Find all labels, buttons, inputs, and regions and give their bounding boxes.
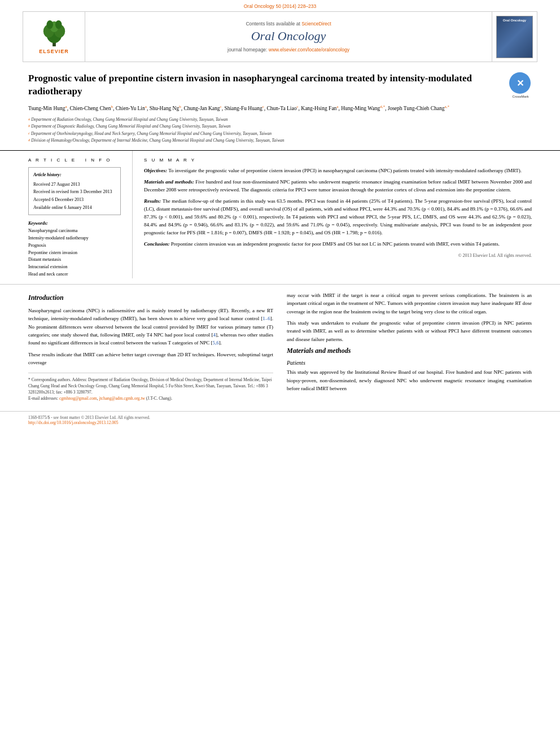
- svg-point-6: [55, 20, 62, 29]
- body-two-col: Introduction Nasopharyngeal carcinoma (N…: [28, 291, 532, 402]
- bottom-bar: 1368-8375/$ - see front matter © 2013 El…: [0, 411, 560, 429]
- sciencedirect-link[interactable]: ScienceDirect: [301, 21, 331, 27]
- affil-a: Department of Radiation Oncology, Chang …: [31, 116, 228, 123]
- email-2[interactable]: jtchang@adm.cgmh.org.tw: [99, 396, 145, 401]
- conclusion-label: Conclusion:: [144, 241, 171, 247]
- methods-label: Materials and methods:: [144, 179, 195, 185]
- ref-4[interactable]: 4: [213, 332, 216, 338]
- results-text: The median follow-up of the patients in …: [144, 198, 532, 235]
- crossmark-circle: ✕: [509, 72, 531, 94]
- summary-label: S U M M A R Y: [144, 158, 532, 163]
- ref-5-6[interactable]: 5,6: [212, 340, 218, 346]
- accepted-date: Accepted 6 December 2013: [33, 196, 116, 204]
- keyword-4: Prepontine cistern invasion: [28, 250, 121, 257]
- copyright-line: © 2013 Elsevier Ltd. All rights reserved…: [144, 253, 532, 258]
- results-label: Results:: [144, 198, 163, 204]
- objectives-text: To investigate the prognostic value of p…: [168, 168, 522, 173]
- doi-link[interactable]: http://dx.doi.org/10.1016/j.oraloncology…: [28, 420, 532, 425]
- article-info-column: A R T I C L E I N F O Article history: R…: [28, 151, 133, 278]
- article-title: Prognostic value of prepontine cistern i…: [28, 72, 532, 98]
- affil-d: Division of Hematology/Oncology, Departm…: [31, 137, 284, 143]
- issn-text: 1368-8375/$ - see front matter © 2013 El…: [28, 415, 532, 420]
- body-section: Introduction Nasopharyngeal carcinoma (N…: [0, 285, 560, 409]
- keywords-label: Keywords:: [28, 221, 121, 226]
- keyword-3: Prognosis: [28, 242, 121, 250]
- journal-ref: Oral Oncology 50 (2014) 228–233: [0, 0, 560, 11]
- available-date: Available online 6 January 2014: [33, 204, 116, 212]
- introduction-heading: Introduction: [28, 294, 273, 302]
- email-1[interactable]: cgmhnog@gmail.com: [59, 396, 97, 401]
- affiliations: aDepartment of Radiation Oncology, Chang…: [28, 116, 532, 143]
- keyword-6: Intracranial extension: [28, 264, 121, 271]
- homepage-link[interactable]: www.elsevier.com/locate/oraloncology: [269, 47, 349, 53]
- revised-date: Received in revised form 3 December 2013: [33, 188, 116, 196]
- keyword-2: Intensity-modulated radiotherapy: [28, 235, 121, 242]
- keyword-7: Head and neck cancer: [28, 271, 121, 278]
- received-date: Received 27 August 2013: [33, 181, 116, 189]
- body-right-col: may occur with IMRT if the target is nea…: [287, 291, 532, 402]
- methods-para-1: This study was approved by the Instituti…: [287, 368, 532, 392]
- intro-para-1: Nasopharyngeal carcinoma (NPC) is radios…: [28, 307, 273, 347]
- footnote-email: E-mail addresses: cgmhnog@gmail.com, jtc…: [28, 395, 273, 401]
- email-label: E-mail addresses:: [28, 396, 59, 401]
- page-wrapper: Oral Oncology 50 (2014) 228–233 ELSEVIER…: [0, 0, 560, 429]
- journal-center: Contents lists available at ScienceDirec…: [85, 12, 492, 62]
- article-info-box: Article history: Received 27 August 2013…: [28, 167, 121, 215]
- homepage-prefix: journal homepage:: [228, 47, 269, 53]
- summary-column: S U M M A R Y Objectives: To investigate…: [133, 151, 532, 278]
- conclusion-text: Prepontine cistern invasion was an indep…: [171, 241, 500, 247]
- elsevier-tree-icon: [37, 19, 71, 47]
- cover-title: Oral Oncology: [503, 19, 526, 22]
- sciencedirect-line: Contents lists available at ScienceDirec…: [246, 21, 331, 27]
- keyword-5: Distant metastasis: [28, 256, 121, 264]
- journal-header: ELSEVIER Contents lists available at Sci…: [23, 11, 537, 62]
- body-left-col: Introduction Nasopharyngeal carcinoma (N…: [28, 291, 273, 402]
- methods-text: Five hundred and four non-disseminated N…: [144, 179, 532, 193]
- crossmark-badge: ✕ CrossMark: [509, 72, 532, 95]
- summary-conclusion: Conclusion: Prepontine cistern invasion …: [144, 241, 532, 248]
- affil-b: Department of Diagnostic Radiology, Chan…: [31, 123, 230, 129]
- patients-subheading: Patients: [287, 360, 532, 366]
- authors-line: Tsung-Min Hunga, Chien-Cheng Chenb, Chie…: [28, 104, 532, 113]
- crossmark-label: CrossMark: [509, 95, 532, 98]
- elsevier-logo-area: ELSEVIER: [23, 12, 85, 62]
- email-note: (J.T-C. Chang).: [146, 396, 172, 401]
- article-title-section: ✕ CrossMark Prognostic value of preponti…: [0, 62, 560, 151]
- article-info-label: A R T I C L E I N F O: [28, 158, 121, 163]
- article-history-header: Article history:: [33, 171, 116, 179]
- intro-para-2: These results indicate that IMRT can ach…: [28, 351, 273, 367]
- right-para-1: may occur with IMRT if the target is nea…: [287, 291, 532, 316]
- journal-homepage: journal homepage: www.elsevier.com/locat…: [228, 47, 349, 53]
- summary-results: Results: The median follow-up of the pat…: [144, 198, 532, 237]
- summary-objectives: Objectives: To investigate the prognosti…: [144, 167, 532, 175]
- journal-ref-text: Oral Oncology 50 (2014) 228–233: [244, 3, 317, 9]
- svg-point-5: [46, 20, 53, 29]
- elsevier-logo: ELSEVIER: [37, 19, 71, 54]
- ref-1-6[interactable]: 1–6: [262, 316, 270, 321]
- crossmark-icon: ✕: [517, 78, 524, 89]
- footnote-corresponding: * Corresponding authors. Address: Depart…: [28, 377, 273, 396]
- journal-title-header: Oral Oncology: [251, 29, 326, 43]
- footnote-area: * Corresponding authors. Address: Depart…: [28, 373, 273, 402]
- summary-methods: Materials and methods: Five hundred and …: [144, 178, 532, 194]
- article-info-summary-section: A R T I C L E I N F O Article history: R…: [0, 151, 560, 285]
- affil-c: Department of Otorhinolaryngology, Head …: [31, 130, 272, 137]
- objectives-label: Objectives:: [144, 168, 168, 173]
- sciencedirect-prefix: Contents lists available at: [246, 21, 301, 27]
- methods-heading: Materials and methods: [287, 347, 532, 355]
- right-para-2: This study was undertaken to evaluate th…: [287, 319, 532, 343]
- keywords-section: Keywords: Nasopharyngeal carcinoma Inten…: [28, 221, 121, 278]
- elsevier-text: ELSEVIER: [39, 49, 69, 54]
- journal-cover-area: Oral Oncology: [492, 12, 537, 62]
- journal-cover: Oral Oncology: [496, 16, 533, 58]
- keyword-1: Nasopharyngeal carcinoma: [28, 228, 121, 235]
